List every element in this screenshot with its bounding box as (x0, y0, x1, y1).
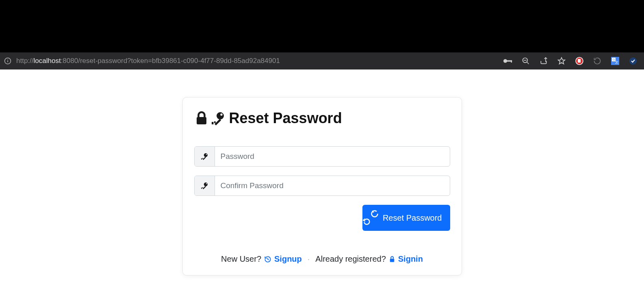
extension-translate-icon[interactable]: G 文 (611, 56, 620, 65)
svg-rect-33 (390, 258, 395, 262)
svg-marker-9 (558, 58, 565, 64)
password-field[interactable] (215, 147, 450, 166)
button-row: Reset Password (194, 205, 450, 231)
signup-label: Signup (274, 254, 302, 264)
svg-point-23 (204, 153, 208, 157)
svg-rect-27 (202, 158, 203, 159)
confirm-password-field[interactable] (215, 176, 450, 195)
svg-text:G: G (613, 58, 615, 61)
signin-link[interactable]: Signin (388, 254, 423, 264)
footer-links: New User? Signup · Already registered? (194, 254, 450, 264)
confirm-password-input-group (194, 176, 450, 196)
reset-button-label: Reset Password (383, 213, 442, 223)
card-title: Reset Password (194, 110, 450, 127)
url-protocol: http:// (16, 57, 34, 65)
svg-rect-26 (201, 158, 202, 160)
svg-point-16 (629, 57, 637, 65)
svg-text:文: 文 (615, 61, 618, 64)
svg-rect-32 (202, 187, 203, 188)
url-path: :8080/reset-password?token=bfb39861-c090… (61, 57, 280, 65)
svg-rect-22 (214, 122, 216, 124)
svg-rect-21 (212, 122, 214, 124)
url-host: localhost (34, 57, 61, 65)
key-icon (195, 147, 215, 166)
svg-rect-5 (511, 60, 512, 63)
svg-point-18 (217, 112, 224, 119)
page-content: Reset Password (0, 69, 644, 276)
reset-password-card: Reset Password (182, 97, 462, 276)
svg-rect-31 (201, 188, 202, 189)
key-icon (195, 176, 215, 195)
extension-refresh-icon[interactable] (593, 56, 602, 65)
address-bar-actions: G 文 (503, 56, 641, 65)
svg-rect-11 (578, 59, 581, 63)
already-registered-label: Already registered? (315, 254, 386, 264)
lock-icon (388, 256, 396, 263)
share-icon[interactable] (539, 56, 548, 65)
address-bar: http://localhost:8080/reset-password?tok… (0, 52, 644, 69)
password-input-group (194, 146, 450, 167)
footer-separator: · (308, 254, 310, 264)
key-icon (210, 111, 225, 126)
url-text[interactable]: http://localhost:8080/reset-password?tok… (16, 57, 499, 65)
svg-point-24 (206, 154, 207, 155)
password-key-icon[interactable] (503, 56, 512, 65)
svg-point-28 (204, 182, 208, 186)
new-user-label: New User? (221, 254, 261, 264)
bookmark-star-icon[interactable] (557, 56, 566, 65)
svg-point-19 (220, 113, 222, 115)
svg-line-7 (527, 62, 529, 64)
site-info-icon[interactable] (3, 56, 12, 65)
svg-rect-17 (197, 117, 206, 124)
browser-tab-area (0, 0, 644, 52)
signin-group: Already registered? Signin (315, 254, 423, 264)
extension-check-icon[interactable] (629, 56, 637, 65)
undo-icon (371, 210, 379, 226)
svg-rect-25 (203, 157, 206, 160)
extension-adblock-icon[interactable] (575, 56, 584, 65)
signin-label: Signin (398, 254, 423, 264)
zoom-icon[interactable] (521, 56, 530, 65)
svg-point-29 (206, 183, 207, 184)
signup-link[interactable]: Signup (264, 254, 302, 264)
card-title-text: Reset Password (229, 110, 342, 127)
svg-point-2 (7, 59, 8, 60)
reset-password-button[interactable]: Reset Password (362, 205, 450, 231)
history-icon (264, 255, 272, 263)
signup-group: New User? Signup (221, 254, 302, 264)
lock-icon (194, 111, 209, 126)
svg-rect-30 (203, 186, 206, 189)
